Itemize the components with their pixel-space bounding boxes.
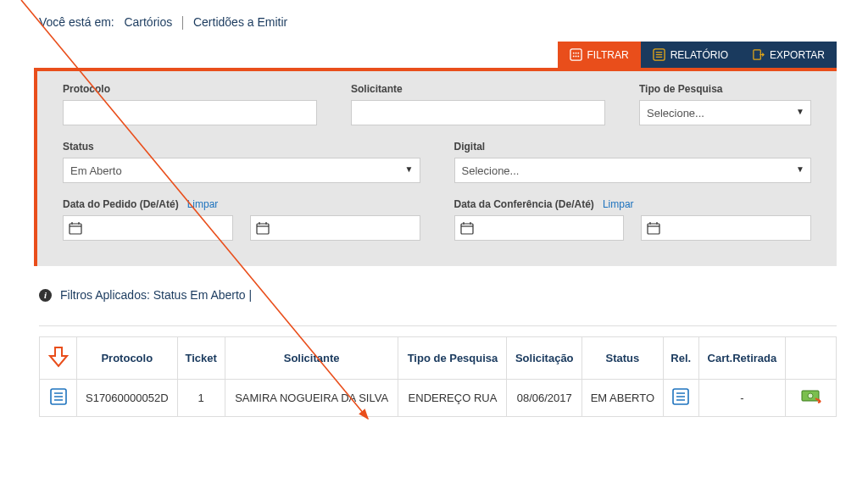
th-action	[786, 337, 837, 380]
detail-list-icon	[50, 388, 67, 405]
status-label: Status	[63, 141, 420, 153]
rel-list-icon	[672, 388, 689, 405]
cell-action[interactable]	[786, 380, 837, 417]
data-pedido-clear[interactable]: Limpar	[187, 198, 219, 210]
cell-solicitacao: 08/06/2017	[507, 380, 582, 417]
report-button-label: RELATÓRIO	[670, 49, 728, 61]
applied-filters-text: Filtros Aplicados: Status Em Aberto |	[60, 288, 252, 302]
export-button-label: EXPORTAR	[770, 49, 825, 61]
data-pedido-ate-input[interactable]	[250, 215, 420, 241]
th-ticket[interactable]: Ticket	[177, 337, 225, 380]
data-pedido-label: Data do Pedido (De/Até)	[63, 198, 179, 210]
cell-protocolo: S17060000052D	[77, 380, 178, 417]
calendar-icon	[460, 221, 474, 235]
svg-rect-12	[754, 50, 760, 59]
cell-solicitante: SAMIRA NOGUEIRA DA SILVA	[225, 380, 398, 417]
th-solicitante[interactable]: Solicitante	[225, 337, 398, 380]
svg-rect-1	[570, 49, 581, 60]
svg-rect-13	[70, 224, 81, 234]
breadcrumb-prefix: Você está em:	[39, 15, 114, 29]
digital-label: Digital	[454, 141, 812, 153]
table-header-row: Protocolo Ticket Solicitante Tipo de Pes…	[40, 337, 837, 380]
svg-rect-21	[461, 224, 473, 234]
data-conf-de-input[interactable]	[454, 215, 625, 241]
report-icon	[653, 48, 665, 61]
breadcrumb-certidoes[interactable]: Certidões a Emitir	[193, 15, 287, 29]
calendar-icon	[256, 221, 270, 235]
solicitante-label: Solicitante	[351, 83, 605, 95]
cell-status: EM ABERTO	[582, 380, 664, 417]
filter-button-label: FILTRAR	[587, 49, 629, 61]
protocolo-label: Protocolo	[63, 83, 317, 95]
export-icon	[752, 48, 765, 61]
calendar-icon	[69, 221, 82, 235]
svg-point-38	[808, 393, 813, 398]
arrow-down-icon	[48, 346, 69, 368]
svg-point-7	[577, 56, 579, 58]
breadcrumb: Você está em: Cartórios Certidões a Emit…	[0, 0, 868, 42]
th-arrow	[40, 337, 77, 380]
solicitante-input[interactable]	[351, 100, 605, 125]
cell-tipo: ENDEREÇO RUA	[398, 380, 507, 417]
th-tipo[interactable]: Tipo de Pesquisa	[398, 337, 507, 380]
protocolo-input[interactable]	[63, 100, 317, 125]
th-protocolo[interactable]: Protocolo	[77, 337, 178, 380]
digital-select[interactable]: Selecione...	[454, 158, 812, 183]
calendar-icon	[647, 221, 660, 235]
svg-rect-25	[648, 224, 659, 234]
th-solicitacao[interactable]: Solicitação	[507, 337, 582, 380]
applied-filters: i Filtros Aplicados: Status Em Aberto |	[0, 266, 868, 310]
payment-icon	[801, 390, 821, 403]
svg-point-5	[572, 56, 574, 58]
svg-point-6	[575, 56, 576, 58]
data-conf-label: Data da Conferência (De/Até)	[454, 198, 594, 210]
th-rel[interactable]: Rel.	[663, 337, 698, 380]
separator-line	[39, 325, 837, 326]
breadcrumb-separator	[182, 16, 183, 30]
svg-point-3	[575, 53, 576, 54]
tipo-pesquisa-select[interactable]: Selecione...	[639, 100, 811, 125]
results-table: Protocolo Ticket Solicitante Tipo de Pes…	[39, 336, 837, 417]
table-row: S17060000052D 1 SAMIRA NOGUEIRA DA SILVA…	[40, 380, 837, 417]
info-icon: i	[39, 289, 52, 302]
svg-rect-17	[257, 224, 269, 234]
cell-rel[interactable]	[663, 380, 698, 417]
filter-panel: Protocolo Solicitante Tipo de Pesquisa S…	[34, 68, 837, 266]
tipo-pesquisa-label: Tipo de Pesquisa	[639, 83, 811, 95]
th-status[interactable]: Status	[582, 337, 664, 380]
report-button[interactable]: RELATÓRIO	[641, 42, 740, 68]
filter-icon	[570, 48, 582, 61]
cell-detail-icon[interactable]	[40, 380, 77, 417]
svg-point-4	[577, 53, 579, 54]
data-pedido-de-input[interactable]	[63, 215, 233, 241]
breadcrumb-cartorios[interactable]: Cartórios	[124, 15, 172, 29]
action-bar: FILTRAR RELATÓRIO EXPORTAR	[0, 42, 868, 68]
filter-button[interactable]: FILTRAR	[558, 42, 641, 68]
cell-cart: -	[698, 380, 785, 417]
cell-ticket: 1	[177, 380, 225, 417]
svg-point-2	[572, 53, 574, 54]
data-conf-ate-input[interactable]	[641, 215, 811, 241]
export-button[interactable]: EXPORTAR	[740, 42, 837, 68]
th-cart[interactable]: Cart.Retirada	[698, 337, 785, 380]
status-select[interactable]: Em Aberto	[63, 158, 420, 183]
data-conf-clear[interactable]: Limpar	[603, 198, 634, 210]
